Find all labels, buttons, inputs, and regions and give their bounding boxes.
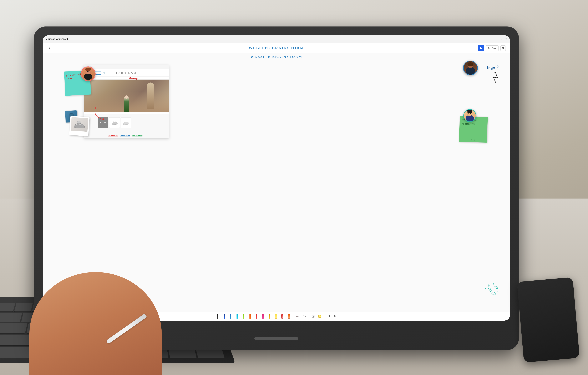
avatar-face-3 [464, 110, 476, 121]
svg-point-11 [87, 71, 88, 72]
shoe-sketch-1 [109, 117, 120, 128]
toolbar-divider-3 [324, 314, 324, 319]
settings-button[interactable] [500, 45, 506, 51]
pen-marker-orange[interactable] [286, 314, 292, 319]
pen-yellow-green[interactable] [241, 314, 246, 319]
page-title: WEBSITE BRAINSTORM [249, 46, 304, 50]
svg-point-40 [303, 315, 305, 317]
key [0, 313, 22, 322]
lightning-doodle [490, 70, 501, 86]
minimize-button[interactable]: — [495, 38, 498, 40]
pen-yellow[interactable] [267, 314, 272, 319]
svg-line-30 [494, 72, 499, 78]
title-bar: Microsoft Whiteboard — □ ✕ [43, 35, 510, 43]
website-mockup: 🛒 FABRIKAM HOME MEN WOMEN [84, 65, 169, 139]
nav-men: MEN [115, 77, 118, 78]
maximize-button[interactable]: □ [500, 38, 503, 40]
toolbar-divider-2 [309, 314, 309, 319]
nav-lookbook: LOOKBOOK [129, 77, 137, 78]
nav-home: HOME [108, 77, 112, 78]
telephone-doodle [485, 284, 499, 297]
svg-line-36 [485, 288, 486, 289]
key [0, 323, 27, 333]
shapes-tool[interactable] [311, 314, 316, 319]
note-dot [471, 139, 472, 140]
user-name-button[interactable]: Jan Price [486, 45, 499, 51]
nav-women: WOMEN [121, 77, 126, 78]
pen-cyan[interactable] [234, 314, 240, 319]
pen-highlight-yellow[interactable] [273, 314, 279, 319]
svg-point-9 [84, 73, 92, 80]
back-button[interactable] [47, 45, 52, 51]
svg-line-35 [497, 291, 498, 292]
website-nav: 🛒 FABRIKAM [84, 69, 169, 77]
svg-line-37 [488, 284, 489, 285]
app-title: Microsoft Whiteboard [46, 38, 68, 41]
avatar-face-1 [82, 67, 95, 81]
redo-button[interactable] [333, 314, 338, 319]
avatar-2 [463, 61, 478, 75]
note-dot [474, 139, 475, 140]
window-controls: — □ ✕ [495, 38, 507, 40]
close-button[interactable]: ✕ [505, 38, 507, 40]
key [14, 303, 33, 311]
key [0, 303, 15, 311]
cart-icon: 🛒 [103, 72, 105, 74]
app-header: WEBSITE BRAINSTORM Jan Price [43, 43, 510, 53]
pen-orange[interactable] [247, 314, 253, 319]
brainstorm-title: WEBSITE BRAINSTORM [250, 55, 302, 59]
avatar-3 [463, 109, 476, 122]
toolbar-divider-1 [293, 314, 294, 319]
header-right: Jan Price [478, 45, 506, 51]
svg-rect-43 [319, 315, 321, 318]
eraser-tool[interactable] [295, 314, 300, 319]
website-brand: FABRIKAM [116, 71, 136, 75]
lasso-tool[interactable] [302, 314, 307, 319]
user-avatar-button[interactable] [478, 45, 484, 51]
svg-rect-39 [296, 316, 297, 317]
tablet-home-indicator [254, 337, 298, 340]
svg-rect-19 [467, 64, 473, 65]
red-arrow [91, 105, 109, 123]
svg-point-42 [313, 316, 315, 318]
svg-point-24 [470, 113, 471, 114]
pen-blue-medium[interactable] [228, 314, 233, 319]
avatar-1 [81, 66, 95, 81]
phone-device [517, 277, 580, 363]
svg-line-31 [493, 77, 498, 78]
svg-line-33 [493, 283, 494, 285]
svg-point-12 [88, 71, 89, 72]
svg-point-23 [469, 113, 469, 114]
svg-line-32 [492, 77, 497, 84]
pen-red[interactable] [254, 314, 259, 319]
note-dot [472, 139, 473, 140]
pen-black[interactable] [215, 314, 220, 319]
pen-marker-red[interactable] [280, 314, 285, 319]
canvas-area[interactable]: WEBSITE BRAINSTORM [43, 53, 510, 312]
pen-blue-dark[interactable] [221, 314, 227, 319]
svg-line-34 [497, 287, 498, 288]
sticky-note-tool[interactable] [317, 314, 322, 319]
shoe-sketch-2 [121, 117, 131, 128]
squiggly-underlines [107, 135, 143, 137]
nav-about: ABOUT [140, 77, 145, 78]
avatar-face-2 [464, 61, 477, 75]
browser-bar [84, 65, 169, 69]
logo-annotation: logo ? [487, 64, 499, 70]
undo-button[interactable] [326, 314, 331, 319]
pen-pink[interactable] [260, 314, 266, 319]
svg-point-0 [480, 47, 482, 48]
shoe-photo-polaroid [69, 116, 90, 136]
